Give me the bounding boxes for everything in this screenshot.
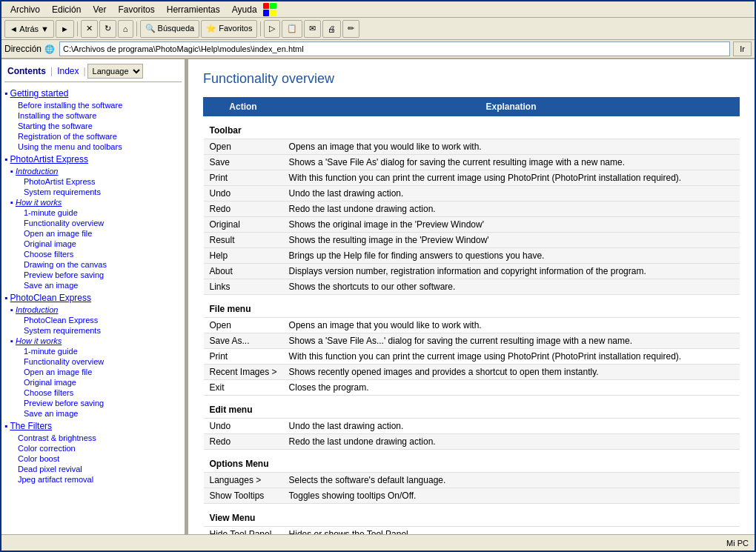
table-section-header: View Menu (204, 504, 740, 527)
nav-item-open-image-2[interactable]: Open an image file (16, 367, 182, 377)
nav-item-open-image-1[interactable]: Open an image file (16, 228, 182, 239)
nav-item-starting[interactable]: Starting the software (10, 121, 182, 131)
table-row: HelpBrings up the Help file for finding … (204, 248, 740, 264)
stop-button[interactable]: ✕ (81, 20, 98, 38)
language-select[interactable]: Language English Español (87, 64, 143, 79)
table-row: SaveShows a 'Save File As' dialog for sa… (204, 155, 740, 170)
menu-edicion[interactable]: Edición (46, 3, 87, 16)
table-cell-explanation: Redo the last undone drawing action. (283, 434, 740, 450)
windows-logo (263, 3, 276, 16)
table-section-header: File menu (204, 295, 740, 318)
nav-item-system-req-1[interactable]: System requirements (16, 187, 182, 197)
table-row: LinksShows the shortcuts to our other so… (204, 279, 740, 295)
back-button[interactable]: ◄ Atrás ▼ (4, 20, 54, 38)
nav-item-photoartist-express[interactable]: PhotoArtist Express (16, 176, 182, 187)
table-cell-explanation: Undo the last drawing action. (283, 186, 740, 202)
nav-intro-1-items: PhotoArtist Express System requirements (10, 176, 182, 197)
table-cell-explanation: Closes the program. (283, 380, 740, 396)
nav-item-choose-filters-1[interactable]: Choose filters (16, 249, 182, 259)
search-button[interactable]: 🔍 Búsqueda (140, 20, 200, 38)
history-button[interactable]: 📋 (282, 20, 302, 38)
table-cell-action: Links (204, 279, 283, 295)
nav-item-dead-pixel[interactable]: Dead pixel revival (10, 464, 182, 474)
nav-how-it-works-2-header[interactable]: ▪ How it works (10, 336, 182, 346)
nav-item-original-image-1[interactable]: Original image (16, 239, 182, 249)
address-input[interactable] (59, 41, 730, 56)
nav-intro-2-items: PhotoClean Express System requirements (10, 315, 182, 336)
menu-archivo[interactable]: Archivo (4, 3, 46, 16)
print-button[interactable]: 🖨 (322, 20, 341, 38)
media-button[interactable]: ▷ (264, 20, 280, 38)
table-cell-action: Print (204, 349, 283, 365)
edit-button[interactable]: ✏ (342, 20, 359, 38)
table-cell-explanation: Opens an image that you would like to wo… (283, 318, 740, 333)
nav-item-1min-guide-1[interactable]: 1-minute guide (16, 207, 182, 218)
go-button[interactable]: Ir (733, 41, 752, 56)
table-cell-explanation: Undo the last drawing action. (283, 419, 740, 434)
nav-filters-header[interactable]: ▪ The Filters (4, 421, 182, 431)
table-row: ResultShows the resulting image in the '… (204, 233, 740, 248)
browser-toolbar: ◄ Atrás ▼ ► ✕ ↻ ⌂ 🔍 Búsqueda ⭐ Favoritos… (1, 18, 755, 40)
nav-item-color-correction[interactable]: Color correction (10, 443, 182, 453)
nav-photoartist-subsections: ▪ Introduction PhotoArtist Express Syste… (4, 166, 182, 290)
table-row: UndoUndo the last drawing action. (204, 419, 740, 434)
tab-contents[interactable]: Contents (4, 64, 49, 78)
nav-item-jpeg-artifact[interactable]: Jpeg artifact removal (10, 474, 182, 485)
table-row: Recent Images >Shows recently opened ima… (204, 365, 740, 380)
nav-how-it-works-1-header[interactable]: ▪ How it works (10, 197, 182, 207)
nav-item-contrast-brightness[interactable]: Contrast & brightness (10, 433, 182, 443)
table-cell-explanation: Shows the shortcuts to our other softwar… (283, 279, 740, 295)
table-header-action: Action (204, 98, 283, 116)
table-row: UndoUndo the last drawing action. (204, 186, 740, 202)
nav-item-before-installing[interactable]: Before installing the software (10, 100, 182, 110)
nav-photoclean-subsections: ▪ Introduction PhotoClean Express System… (4, 305, 182, 419)
nav-item-original-image-2[interactable]: Original image (16, 377, 182, 388)
nav-item-using-menu[interactable]: Using the menu and toolbars (10, 142, 182, 152)
nav-item-system-req-2[interactable]: System requirements (16, 325, 182, 336)
menu-favoritos[interactable]: Favoritos (112, 3, 160, 16)
menu-ver[interactable]: Ver (87, 3, 112, 16)
nav-item-photoclean-express[interactable]: PhotoClean Express (16, 315, 182, 325)
table-cell-explanation: Shows the resulting image in the 'Previe… (283, 233, 740, 248)
table-cell-action: Save As... (204, 333, 283, 349)
nav-introduction-header-2[interactable]: ▪ Introduction (10, 305, 182, 315)
nav-photoartist-header[interactable]: ▪ PhotoArtist Express (4, 154, 182, 164)
nav-item-choose-filters-2[interactable]: Choose filters (16, 388, 182, 398)
table-cell-explanation: With this function you can print the cur… (283, 170, 740, 186)
table-cell-action: Hide Tool Panel (204, 527, 283, 535)
nav-introduction-header-1[interactable]: ▪ Introduction (10, 166, 182, 176)
nav-item-registration[interactable]: Registration of the software (10, 131, 182, 142)
nav-item-save-image-1[interactable]: Save an image (16, 280, 182, 290)
table-cell-action: Redo (204, 434, 283, 450)
nav-item-func-overview-2[interactable]: Functionality overview (16, 356, 182, 367)
nav-item-color-boost[interactable]: Color boost (10, 453, 182, 464)
nav-section-photoclean: ▪ PhotoClean Express ▪ Introduction Phot… (4, 293, 182, 419)
nav-item-drawing-canvas[interactable]: Drawing on the canvas (16, 259, 182, 270)
nav-item-func-overview-1[interactable]: Functionality overview (16, 218, 182, 228)
nav-section-filters: ▪ The Filters Contrast & brightness Colo… (4, 421, 182, 485)
nav-getting-started-header[interactable]: ▪ Getting started (4, 88, 182, 99)
menu-ayuda[interactable]: Ayuda (226, 3, 263, 16)
table-cell-explanation: Displays version number, registration in… (283, 264, 740, 279)
table-section-header: Edit menu (204, 396, 740, 419)
mail-button[interactable]: ✉ (304, 20, 321, 38)
forward-button[interactable]: ► (56, 20, 74, 38)
menu-bar: Archivo Edición Ver Favoritos Herramient… (1, 1, 755, 18)
nav-photoclean-header[interactable]: ▪ PhotoClean Express (4, 293, 182, 303)
home-button[interactable]: ⌂ (118, 20, 133, 38)
refresh-button[interactable]: ↻ (99, 20, 116, 38)
nav-item-1min-guide-2[interactable]: 1-minute guide (16, 346, 182, 356)
menu-herramientas[interactable]: Herramientas (161, 3, 226, 16)
table-row: Languages >Selects the software's defaul… (204, 473, 740, 488)
nav-item-save-image-2[interactable]: Save an image (16, 408, 182, 419)
favorites-button[interactable]: ⭐ Favoritos (201, 20, 257, 38)
table-cell-action: Undo (204, 186, 283, 202)
tab-index[interactable]: Index (54, 64, 82, 78)
address-bar: Dirección 🌐 Ir (1, 40, 755, 59)
nav-item-preview-saving-2[interactable]: Preview before saving (16, 398, 182, 408)
browser-window: Archivo Edición Ver Favoritos Herramient… (0, 0, 756, 552)
table-cell-explanation: Hides or shows the Tool Panel. (283, 527, 740, 535)
nav-item-installing[interactable]: Installing the software (10, 110, 182, 121)
table-row: PrintWith this function you can print th… (204, 170, 740, 186)
nav-item-preview-saving-1[interactable]: Preview before saving (16, 270, 182, 280)
